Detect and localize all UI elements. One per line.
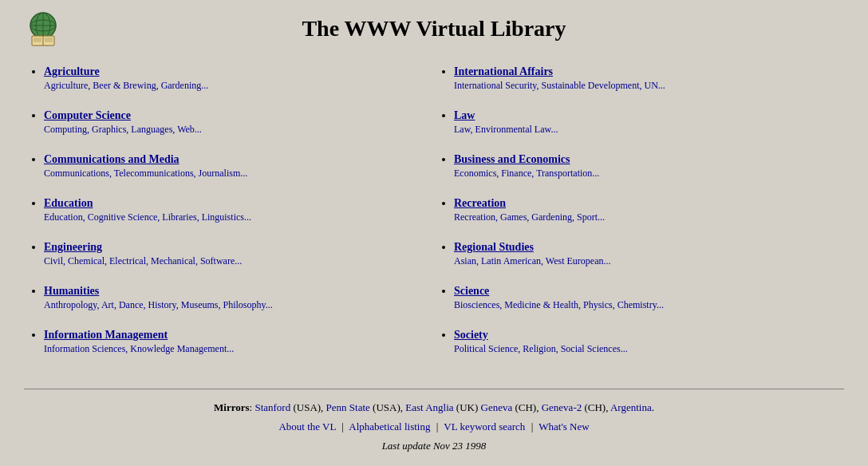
footer-mirrors: Mirrors: Stanford (USA), Penn State (USA… [24, 401, 844, 414]
communications-link[interactable]: Communications [44, 168, 109, 179]
about-vl-link[interactable]: About the VL [278, 421, 336, 432]
games-link[interactable]: Games [500, 211, 527, 223]
regional-studies-sublinks: Asian, Latin American, West European... [454, 255, 828, 267]
graphics-link[interactable]: Graphics [92, 124, 126, 135]
list-item: Science Biosciences, Medicine & Health, … [454, 285, 828, 311]
mirror-eastanglia-link[interactable]: East Anglia [405, 401, 453, 413]
medicine-health-link[interactable]: Medicine & Health [504, 299, 578, 310]
telecommunications-link[interactable]: Telecommunications [114, 168, 194, 179]
separator1: | [341, 421, 344, 432]
mirror-pennstate-suffix: (USA) [370, 401, 400, 413]
law-link[interactable]: Law [454, 124, 471, 135]
list-item: Business and Economics Economics, Financ… [454, 153, 828, 180]
knowledge-management-link[interactable]: Knowledge Management [130, 343, 227, 354]
list-item: Society Political Science, Religion, Soc… [454, 329, 828, 355]
software-link[interactable]: Software [200, 255, 235, 267]
physics-link[interactable]: Physics [583, 299, 613, 310]
languages-link[interactable]: Languages [131, 124, 172, 135]
category-communications-link[interactable]: Communications and Media [44, 153, 180, 165]
category-recreation-link[interactable]: Recreation [454, 197, 506, 209]
finance-link[interactable]: Finance [501, 168, 531, 179]
recreation-sublinks: Recreation, Games, Gardening, Sport... [454, 211, 828, 223]
transportation-link[interactable]: Transportation [536, 168, 592, 179]
web-link[interactable]: Web [177, 124, 195, 135]
museums-link[interactable]: Museums [181, 299, 219, 310]
list-item: Engineering Civil, Chemical, Electrical,… [44, 241, 418, 267]
gardening2-link[interactable]: Gardening [531, 211, 572, 223]
environmental-law-link[interactable]: Environmental Law [475, 124, 551, 135]
linguistics-link[interactable]: Linguistics [202, 211, 244, 223]
category-computer-science-link[interactable]: Computer Science [44, 109, 131, 121]
gardening-link[interactable]: Gardening [161, 80, 202, 91]
latin-american-link[interactable]: Latin American [481, 255, 541, 267]
social-sciences-link[interactable]: Social Sciences [561, 343, 621, 354]
law-sublinks: Law, Environmental Law... [454, 124, 828, 136]
communications-sublinks: Communications, Telecommunications, Jour… [44, 168, 418, 180]
political-science-link[interactable]: Political Science [454, 343, 518, 354]
list-item: Communications and Media Communications,… [44, 153, 418, 180]
cognitive-science-link[interactable]: Cognitive Science [88, 211, 158, 223]
international-security-link[interactable]: International Security [454, 80, 537, 91]
whats-new-link[interactable]: What's New [539, 421, 589, 432]
engineering-sublinks: Civil, Chemical, Electrical, Mechanical,… [44, 255, 418, 267]
computing-link[interactable]: Computing [44, 124, 87, 135]
category-agriculture-link[interactable]: Agriculture [44, 65, 100, 77]
art-link[interactable]: Art [101, 299, 114, 310]
mirror-geneva2-link[interactable]: Geneva-2 [542, 401, 582, 413]
religion-link[interactable]: Religion [523, 343, 555, 354]
category-education-link[interactable]: Education [44, 197, 93, 209]
mirror-argentina-link[interactable]: Argentina [610, 401, 652, 413]
category-engineering-link[interactable]: Engineering [44, 241, 102, 253]
beer-brewing-link[interactable]: Beer & Brewing [93, 80, 156, 91]
society-sublinks: Political Science, Religion, Social Scie… [454, 343, 828, 355]
economics-link[interactable]: Economics [454, 168, 496, 179]
category-law-link[interactable]: Law [454, 109, 475, 121]
asian-link[interactable]: Asian [454, 255, 476, 267]
category-science-link[interactable]: Science [454, 285, 489, 297]
category-regional-studies-link[interactable]: Regional Studies [454, 241, 534, 253]
electrical-link[interactable]: Electrical [109, 255, 146, 267]
list-item: Law Law, Environmental Law... [454, 109, 828, 136]
biosciences-link[interactable]: Biosciences [454, 299, 499, 310]
recreation-link[interactable]: Recreation [454, 211, 495, 223]
chemistry-link[interactable]: Chemistry [617, 299, 657, 310]
philosophy-link[interactable]: Philosophy [223, 299, 265, 310]
chemical-link[interactable]: Chemical [68, 255, 105, 267]
keyword-search-link[interactable]: VL keyword search [444, 421, 525, 432]
page-title: The WWW Virtual Library [302, 16, 566, 41]
civil-link[interactable]: Civil [44, 255, 63, 267]
logo [24, 10, 62, 48]
mirror-stanford-link[interactable]: Stanford [254, 401, 290, 413]
category-humanities-link[interactable]: Humanities [44, 285, 99, 297]
left-category-list: Agriculture Agriculture, Beer & Brewing,… [24, 65, 418, 355]
alphabetical-listing-link[interactable]: Alphabetical listing [349, 421, 430, 432]
anthropology-link[interactable]: Anthropology [44, 299, 97, 310]
sport-link[interactable]: Sport [577, 211, 598, 223]
right-category-list: International Affairs International Secu… [434, 65, 828, 355]
un-link[interactable]: UN [645, 80, 658, 91]
humanities-sublinks: Anthropology, Art, Dance, History, Museu… [44, 299, 418, 311]
list-item: Humanities Anthropology, Art, Dance, His… [44, 285, 418, 311]
category-society-link[interactable]: Society [454, 329, 488, 341]
mirror-geneva2-suffix: (CH) [582, 401, 606, 413]
mirror-pennstate-link[interactable]: Penn State [326, 401, 370, 413]
journalism-link[interactable]: Journalism [199, 168, 241, 179]
west-european-link[interactable]: West European [546, 255, 604, 267]
mirror-geneva-link[interactable]: Geneva [481, 401, 513, 413]
category-information-management-link[interactable]: Information Management [44, 329, 168, 341]
mechanical-link[interactable]: Mechanical [151, 255, 195, 267]
list-item: Computer Science Computing, Graphics, La… [44, 109, 418, 136]
sustainable-development-link[interactable]: Sustainable Development [542, 80, 640, 91]
information-sciences-link[interactable]: Information Sciences [44, 343, 125, 354]
education-link[interactable]: Education [44, 211, 83, 223]
footer: Mirrors: Stanford (USA), Penn State (USA… [24, 401, 844, 452]
history-link[interactable]: History [148, 299, 176, 310]
dance-link[interactable]: Dance [119, 299, 144, 310]
agriculture-link[interactable]: Agriculture [44, 80, 88, 91]
libraries-link[interactable]: Libraries [162, 211, 196, 223]
header: The WWW Virtual Library [24, 16, 844, 41]
category-business-economics-link[interactable]: Business and Economics [454, 153, 570, 165]
education-sublinks: Education, Cognitive Science, Libraries,… [44, 211, 418, 223]
category-international-affairs-link[interactable]: International Affairs [454, 65, 553, 77]
business-economics-sublinks: Economics, Finance, Transportation... [454, 168, 828, 180]
